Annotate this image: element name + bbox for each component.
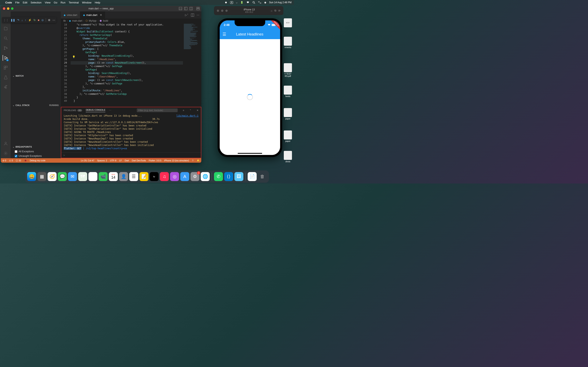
podcasts-icon[interactable]: ◎ xyxy=(170,172,179,181)
desktop-file[interactable]: heets xyxy=(283,86,293,98)
menu-selection[interactable]: Selection xyxy=(31,1,42,4)
breadcrumb[interactable]: lib› ◆main.dart› ⬡MyApp› ⬢build xyxy=(61,18,201,23)
siri-icon[interactable]: ◉ xyxy=(264,1,266,4)
textedit-icon[interactable]: 📄 xyxy=(248,172,257,181)
launchpad-icon[interactable]: ▦ xyxy=(37,172,46,181)
menu-view[interactable]: View xyxy=(45,1,51,4)
explorer-icon[interactable] xyxy=(3,26,9,31)
close-panel-icon[interactable]: ✕ xyxy=(197,109,199,112)
trash-icon[interactable]: 🗑 xyxy=(258,172,267,181)
search-icon[interactable] xyxy=(3,35,9,41)
scm-icon[interactable] xyxy=(3,45,9,51)
calendar-icon[interactable]: AUG14 xyxy=(109,172,118,181)
iphone-body[interactable] xyxy=(220,39,280,155)
lightbulb-icon[interactable]: 💡 xyxy=(72,55,75,59)
menu-edit[interactable]: Edit xyxy=(23,1,27,4)
sim-minimize-button[interactable] xyxy=(221,9,223,12)
bc-class[interactable]: MyApp xyxy=(89,19,96,22)
home-indicator[interactable] xyxy=(238,153,262,154)
debug-console-tab[interactable]: DEBUG CONSOLE xyxy=(86,109,105,112)
problems-tab[interactable]: PROBLEMS32 xyxy=(64,109,82,111)
notes-icon[interactable]: 📝 xyxy=(139,172,148,181)
layout-sidebar-icon[interactable] xyxy=(184,7,187,10)
pause-button[interactable]: ❚❚ xyxy=(11,18,15,22)
finder-icon[interactable]: 😀 xyxy=(27,172,36,181)
hot-reload-button[interactable]: ⚡ xyxy=(28,18,31,22)
status-cursor[interactable]: Ln 29, Col 47 xyxy=(81,159,94,162)
more-tabs-icon[interactable]: ⋯ xyxy=(109,109,111,112)
feedback-icon[interactable]: ⚐ xyxy=(192,159,194,162)
menu-terminal[interactable]: Terminal xyxy=(69,1,79,4)
sim-screenshot-icon[interactable]: ⧉ xyxy=(274,9,276,12)
status-debug-config[interactable]: Debug my code xyxy=(30,159,45,162)
sim-rotate-icon[interactable]: ⟳ xyxy=(278,9,281,12)
account-icon[interactable] xyxy=(3,141,9,146)
control-center-icon[interactable] xyxy=(258,1,261,4)
desktop-file[interactable]: paper xyxy=(283,131,293,142)
desktop-file[interactable]: Y TEST RS.pdf xyxy=(283,63,293,77)
status-errors[interactable]: ⊘ 0 xyxy=(2,159,6,162)
flutter-icon[interactable] xyxy=(3,84,9,90)
step-out-button[interactable]: ↑ xyxy=(25,18,26,22)
bc-file[interactable]: main.dart xyxy=(72,19,82,22)
layout-custom-icon[interactable] xyxy=(196,7,200,10)
layout-panel-icon[interactable] xyxy=(179,7,182,10)
bp-uncaught-checkbox[interactable] xyxy=(15,155,17,157)
status-encoding[interactable]: UTF-8 xyxy=(110,159,116,162)
minimap[interactable] xyxy=(183,23,201,107)
test-icon[interactable] xyxy=(3,75,9,80)
preview-icon[interactable]: 🖼 xyxy=(234,172,243,181)
music-icon[interactable]: ♫ xyxy=(160,172,169,181)
chrome-icon[interactable]: 🌐 xyxy=(201,172,210,181)
stop-button[interactable]: ■ xyxy=(38,18,39,22)
sim-zoom-button[interactable] xyxy=(225,9,228,12)
close-icon[interactable]: ✕ xyxy=(100,13,102,17)
status-flutter[interactable]: Flutter: 3.0.5 xyxy=(149,159,162,162)
input-icon[interactable]: A xyxy=(230,1,233,4)
restart-button[interactable]: ↻ xyxy=(34,18,36,22)
console-input[interactable]: > xyxy=(61,152,201,158)
inspector-button[interactable]: ⊙ xyxy=(42,18,44,22)
callstack-header[interactable]: ⌄CALL STACKRunning xyxy=(11,103,61,108)
record-icon[interactable]: ⏺ xyxy=(225,1,227,4)
code-editor[interactable]: 1819202122232425262728293031323334353637… xyxy=(61,23,201,107)
status-devtools[interactable]: Dart DevTools xyxy=(132,159,146,162)
battery-icon[interactable]: 🔋 xyxy=(240,1,243,4)
grip-icon[interactable]: ⋮⋮ xyxy=(3,18,9,22)
status-device[interactable]: iPhone 13 (ios simulator) xyxy=(164,159,189,162)
status-eol[interactable]: LF xyxy=(119,159,122,162)
status-warnings[interactable]: ⚠ 0 xyxy=(9,159,13,162)
hamburger-icon[interactable]: ☰ xyxy=(223,32,226,37)
desktop-file[interactable]: nments xyxy=(283,37,293,49)
sim-home-icon[interactable]: ⌂ xyxy=(271,9,272,12)
code-content[interactable]: "c-comment">// This widget is the root o… xyxy=(71,23,183,107)
bluetooth-icon[interactable]: ⌵ xyxy=(236,1,237,4)
status-spaces[interactable]: Spaces: 2 xyxy=(97,159,107,162)
debug-settings-icon[interactable]: ⚙ xyxy=(48,18,51,22)
clear-filter-icon[interactable]: ≡ xyxy=(183,109,184,111)
desktop-file[interactable]: shots xyxy=(283,151,293,163)
maps-icon[interactable]: 🗺 xyxy=(78,172,87,181)
menu-go[interactable]: Go xyxy=(54,1,57,4)
search-icon[interactable] xyxy=(252,1,255,4)
bc-lib[interactable]: lib xyxy=(63,19,66,22)
vscode-icon[interactable]: ⟨⟩ xyxy=(224,172,233,181)
whatsapp-icon[interactable]: ✆ xyxy=(214,172,223,181)
extensions-icon[interactable] xyxy=(3,65,9,71)
messages-icon[interactable]: 💬 xyxy=(58,172,67,181)
layout-split-icon[interactable] xyxy=(190,7,193,10)
breakpoints-header[interactable]: ⌄BREAKPOINTS xyxy=(11,144,61,149)
run-debug-icon[interactable]: 1 xyxy=(3,55,8,61)
watch-header[interactable]: ⌄WATCH xyxy=(11,73,61,78)
contacts-icon[interactable]: 👤 xyxy=(119,172,128,181)
status-info[interactable]: ⓘ 32 xyxy=(16,159,21,162)
menu-file[interactable]: File xyxy=(15,1,20,4)
run-button[interactable]: ▷˅ xyxy=(185,13,189,17)
photos-icon[interactable]: 🏞 xyxy=(88,172,97,181)
tab-view-dart[interactable]: ◆view.dart xyxy=(61,11,80,18)
appstore-icon[interactable]: A xyxy=(180,172,189,181)
bp-all-checkbox[interactable] xyxy=(15,150,17,153)
bell-icon[interactable]: 🔔 xyxy=(197,159,200,162)
menu-run[interactable]: Run xyxy=(61,1,66,4)
debug-more-icon[interactable]: ⋯ xyxy=(52,18,55,22)
